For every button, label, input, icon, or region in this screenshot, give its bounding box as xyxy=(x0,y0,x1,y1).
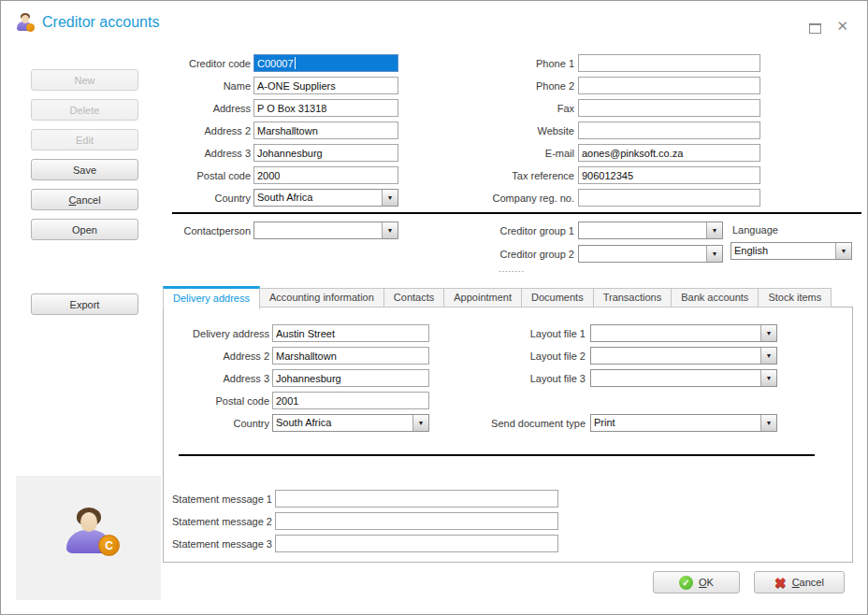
layout-file-2-select-value xyxy=(591,348,760,364)
e-mail-input[interactable] xyxy=(578,144,760,162)
statement-message-2-label: Statement message 2 xyxy=(171,516,272,527)
dropdown-arrow-icon[interactable]: ▼ xyxy=(760,348,776,364)
maximize-icon[interactable] xyxy=(809,23,821,34)
tax-reference-input[interactable] xyxy=(578,166,760,184)
name-input[interactable] xyxy=(253,77,398,94)
address-input[interactable] xyxy=(253,99,398,117)
contactperson-select[interactable]: ▼ xyxy=(253,222,398,239)
tab-appointment[interactable]: Appointment xyxy=(443,288,522,308)
layout-file-2-select[interactable]: ▼ xyxy=(590,347,777,365)
address-3-input[interactable] xyxy=(253,144,398,162)
phone-1-row: Phone 1 xyxy=(478,54,760,72)
creditor-code-input[interactable]: C00007 xyxy=(253,54,398,72)
avatar-face xyxy=(80,512,97,532)
phone-2-input[interactable] xyxy=(578,77,760,94)
postal-code-input[interactable] xyxy=(253,166,398,184)
company-reg-no-row: Company reg. no. xyxy=(478,189,760,207)
export-button[interactable]: Export xyxy=(31,293,138,315)
creditor-group-2-select-value xyxy=(579,246,706,262)
send-document-type-select[interactable]: Print▼ xyxy=(590,414,777,432)
creditor-letter-badge: C xyxy=(98,535,120,556)
address-3-row: Address 3 xyxy=(183,369,429,387)
tab-documents[interactable]: Documents xyxy=(521,288,594,308)
cancel-button[interactable]: ✖ Cancel xyxy=(754,571,845,594)
creditor-avatar-icon: C xyxy=(66,508,111,554)
ok-button-label: OK xyxy=(699,577,714,588)
country-select-value: South Africa xyxy=(273,415,412,431)
delete-button[interactable]: Delete xyxy=(31,99,138,121)
tab-transactions[interactable]: Transactions xyxy=(593,288,673,308)
dropdown-arrow-icon[interactable]: ▼ xyxy=(760,415,776,431)
country-select[interactable]: South Africa▼ xyxy=(253,189,398,207)
phone-2-label: Phone 2 xyxy=(478,80,574,92)
fax-label: Fax xyxy=(478,103,574,114)
tab-stock-items[interactable]: Stock items xyxy=(758,288,832,308)
ok-button[interactable]: ✓ OK xyxy=(653,571,740,594)
creditor-group-1-select[interactable]: ▼ xyxy=(578,222,723,239)
statement-message-3-label: Statement message 3 xyxy=(171,538,272,550)
open-button[interactable]: Open xyxy=(31,219,138,240)
language-select[interactable]: English ▼ xyxy=(731,242,852,260)
delivery-address-input[interactable] xyxy=(272,324,429,342)
website-input[interactable] xyxy=(578,122,760,139)
postal-code-input[interactable] xyxy=(272,392,429,409)
edit-button[interactable]: Edit xyxy=(31,129,138,150)
statement-message-1-label: Statement message 1 xyxy=(171,493,272,505)
close-icon[interactable]: ✕ xyxy=(836,18,848,35)
sidebar-button-group: NewDeleteEditSaveCancelOpen xyxy=(31,69,138,240)
layout-file-2-label: Layout file 2 xyxy=(483,350,586,362)
language-label: Language xyxy=(732,224,778,236)
address-row: Address xyxy=(167,99,398,117)
dropdown-arrow-icon[interactable]: ▼ xyxy=(382,222,398,238)
address-3-input[interactable] xyxy=(272,369,429,387)
address-2-input[interactable] xyxy=(272,347,429,365)
country-select-value: South Africa xyxy=(254,190,382,206)
postal-code-label: Postal code xyxy=(167,170,251,181)
creditor-code-label: Creditor code xyxy=(167,58,251,69)
postal-code-label: Postal code xyxy=(183,395,269,407)
delivery-address-row: Delivery address xyxy=(183,324,429,342)
dropdown-arrow-icon[interactable]: ▼ xyxy=(382,190,398,206)
address-2-input[interactable] xyxy=(253,122,398,139)
creditor-group-1-label: Creditor group 1 xyxy=(478,225,574,236)
creditor-group-1-select-value xyxy=(579,222,706,238)
phone-1-input[interactable] xyxy=(578,54,760,72)
new-button[interactable]: New xyxy=(31,69,138,91)
layout-file-3-select[interactable]: ▼ xyxy=(590,369,777,387)
fax-input[interactable] xyxy=(578,99,760,117)
address-label: Address xyxy=(167,103,251,114)
title-bar: Creditor accounts xyxy=(16,13,159,32)
creditor-person-icon xyxy=(16,13,35,32)
send-document-type-select-value: Print xyxy=(591,415,760,431)
statement-message-1-input[interactable] xyxy=(275,490,558,508)
creditor-group-2-select[interactable]: ▼ xyxy=(578,245,723,263)
cancel-button[interactable]: Cancel xyxy=(31,189,138,210)
contactperson-row: Contactperson▼ xyxy=(167,222,398,239)
postal-code-row: Postal code xyxy=(183,392,429,409)
creditor-group-rows: Creditor group 1▼Creditor group 2▼ xyxy=(478,222,723,268)
dropdown-arrow-icon[interactable]: ▼ xyxy=(835,243,851,259)
company-reg-no-label: Company reg. no. xyxy=(478,193,574,204)
statement-message-2-input[interactable] xyxy=(275,512,558,530)
tab-bank-accounts[interactable]: Bank accounts xyxy=(671,288,759,308)
layout-file-1-select[interactable]: ▼ xyxy=(590,324,777,342)
save-button[interactable]: Save xyxy=(31,159,138,180)
tab-strip: Delivery addressAccounting informationCo… xyxy=(163,286,832,308)
tab-contacts[interactable]: Contacts xyxy=(383,288,444,308)
country-select[interactable]: South Africa▼ xyxy=(272,414,429,432)
statement-message-3-input[interactable] xyxy=(275,535,558,552)
dropdown-arrow-icon[interactable]: ▼ xyxy=(706,222,722,238)
dropdown-arrow-icon[interactable]: ▼ xyxy=(760,370,776,386)
send-document-type-label: Send document type xyxy=(483,418,586,429)
website-row: Website xyxy=(478,122,760,139)
company-reg-no-input[interactable] xyxy=(578,189,760,207)
text-caret xyxy=(295,57,296,69)
tab-accounting-information[interactable]: Accounting information xyxy=(259,288,384,308)
address-2-row: Address 2 xyxy=(183,347,429,365)
tab-delivery-address[interactable]: Delivery address xyxy=(163,286,260,309)
address-2-label: Address 2 xyxy=(167,125,251,136)
send-document-type-row: Send document typePrint▼ xyxy=(483,414,777,432)
dropdown-arrow-icon[interactable]: ▼ xyxy=(706,246,722,262)
dropdown-arrow-icon[interactable]: ▼ xyxy=(760,325,776,341)
dropdown-arrow-icon[interactable]: ▼ xyxy=(412,415,428,431)
